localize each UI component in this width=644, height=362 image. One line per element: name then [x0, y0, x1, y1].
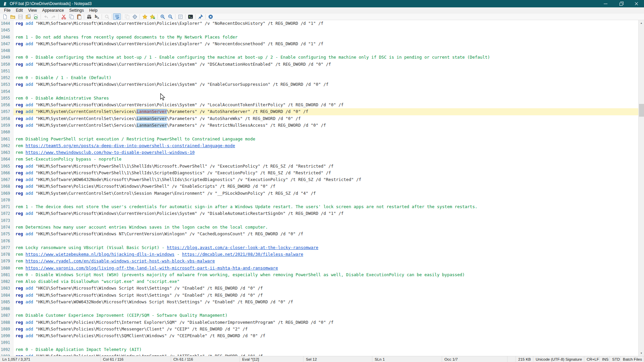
line-number[interactable]: 1063 [0, 149, 13, 156]
code-line[interactable]: 1065reg add "HKLM\Software\Microsoft\Pow… [0, 163, 638, 170]
line-number[interactable]: 1076 [0, 238, 13, 244]
status-eval[interactable]: Eval ^[12] [240, 356, 304, 362]
favorites-add-button[interactable] [149, 13, 156, 20]
open-file-button[interactable] [9, 13, 16, 20]
status-file-size[interactable]: 215 KB [516, 356, 533, 362]
code-text[interactable]: reg add "HKLM\Software\Microsoft\Windows… [13, 292, 638, 299]
line-number[interactable]: 1080 [0, 265, 13, 272]
code-line[interactable]: 1085reg add "HKLM\Software\WOW6432Node\M… [0, 299, 638, 305]
menu-edit[interactable]: Edit [13, 8, 25, 13]
status-selected-lines[interactable]: SLn 1 [372, 356, 442, 362]
line-number[interactable]: 1060 [0, 129, 13, 135]
line-number[interactable]: 1047 [0, 41, 13, 47]
line-number[interactable]: 1078 [0, 251, 13, 258]
line-number[interactable]: 1059 [0, 122, 13, 129]
code-text[interactable]: reg add "HKLM\System\CurrentControlSet\S… [13, 122, 638, 129]
code-text[interactable]: rem 0 - Disable configuring the machine … [13, 54, 638, 61]
line-number[interactable]: 1081 [0, 272, 13, 278]
line-number[interactable]: 1068 [0, 183, 13, 190]
code-text[interactable]: rem https://www.thewindowsclub.com/how-t… [13, 149, 638, 156]
line-number[interactable]: 1091 [0, 339, 13, 346]
replace-button[interactable]: ba [93, 13, 101, 20]
code-line[interactable]: 1050reg add "HKLM\Software\Microsoft\Win… [0, 61, 638, 68]
line-number[interactable]: 1046 [0, 34, 13, 41]
minimize-button[interactable] [598, 0, 613, 7]
code-text[interactable]: rem Locky ransomware using VBscript (Vis… [13, 244, 638, 251]
code-text[interactable]: rem 0 - Disable Application Impact Telem… [13, 346, 638, 353]
code-text[interactable]: reg add "HKLM\Software\Microsoft\Windows… [13, 102, 638, 108]
hyperlink[interactable]: https://dmcxblue.net/2021/08/30/fileless… [182, 252, 303, 257]
code-area[interactable]: 1044reg add "HKLM\Software\Microsoft\Win… [0, 20, 638, 356]
line-number[interactable]: 1049 [0, 54, 13, 61]
line-number[interactable]: 1085 [0, 299, 13, 305]
menu-settings[interactable]: Settings [67, 8, 87, 13]
code-line[interactable]: 1077rem Locky ransomware using VBscript … [0, 244, 638, 251]
code-text[interactable]: reg add "HKLM\System\CurrentControlSet\S… [13, 108, 638, 115]
line-number[interactable]: 1045 [0, 27, 13, 34]
line-number[interactable]: 1082 [0, 278, 13, 285]
exit-app-button[interactable] [207, 13, 214, 20]
code-text[interactable]: rem https://www.ryadel.com/en/disable-wi… [13, 258, 638, 264]
code-text[interactable]: reg add "HKLM\Software\Microsoft\PowerSh… [13, 163, 638, 170]
code-line[interactable]: 1082rem Also disabled via DisallowRun "w… [0, 278, 638, 285]
code-text[interactable] [13, 197, 638, 203]
code-text[interactable]: rem https://www.varonis.com/blog/living-… [13, 265, 638, 272]
line-number[interactable]: 1084 [0, 292, 13, 299]
code-text[interactable]: rem Set-ExecutionPolicy bypass - noprofi… [13, 156, 638, 163]
scrollbar-thumb[interactable] [639, 104, 644, 117]
line-number[interactable]: 1050 [0, 61, 13, 68]
code-line[interactable]: 1046rem 1 - Do not add shares from recen… [0, 34, 638, 41]
code-line[interactable]: 1044reg add "HKLM\Software\Microsoft\Win… [0, 20, 638, 27]
status-column[interactable]: Col 61 / 116 [101, 356, 171, 362]
line-number[interactable]: 1058 [0, 115, 13, 122]
code-line[interactable]: 1054 [0, 88, 638, 95]
code-line[interactable]: 1059reg add "HKLM\System\CurrentControlS… [0, 122, 638, 129]
code-text[interactable]: rem Determines how many user account ent… [13, 224, 638, 231]
status-line[interactable]: Ln 1,057 / 3,371 [0, 356, 101, 362]
code-line[interactable]: 1076 [0, 238, 638, 244]
word-wrap-button[interactable] [113, 13, 121, 20]
code-line[interactable]: 1073 [0, 217, 638, 224]
line-number[interactable]: 1052 [0, 74, 13, 81]
code-line[interactable]: 1080rem https://www.varonis.com/blog/liv… [0, 265, 638, 272]
line-number[interactable]: 1057 [0, 108, 13, 115]
code-text[interactable]: reg add "HKCU\Software\Microsoft\Windows… [13, 285, 638, 292]
line-number[interactable]: 1066 [0, 170, 13, 176]
line-number[interactable]: 1048 [0, 47, 13, 54]
code-text[interactable]: reg add "HKLM\Software\Microsoft\Windows… [13, 210, 638, 217]
line-number[interactable]: 1070 [0, 197, 13, 203]
code-text[interactable]: reg add "HKLM\Software\Microsoft\Windows… [13, 231, 638, 237]
code-text[interactable]: reg add "HKLM\Software\Microsoft\Windows… [13, 81, 638, 88]
code-line[interactable]: 1053reg add "HKLM\Software\Microsoft\Win… [0, 81, 638, 88]
status-insert-mode[interactable]: INS [600, 356, 610, 362]
code-line[interactable]: 1084reg add "HKLM\Software\Microsoft\Win… [0, 292, 638, 299]
scroll-down-arrow-icon[interactable]: ▼ [639, 350, 644, 356]
line-number[interactable]: 1056 [0, 102, 13, 108]
menu-file[interactable]: File [1, 8, 13, 13]
code-text[interactable]: rem https://www.wietzebeukema.nl/blog/hi… [13, 251, 638, 258]
status-encoding[interactable]: Unicode (UTF-8) Signature [533, 356, 584, 362]
code-text[interactable] [13, 68, 638, 74]
hyperlink[interactable]: https://www.wietzebeukema.nl/blog/hijack… [25, 252, 174, 257]
code-text[interactable]: reg add "HKLM\Software\WOW6432Node\Micro… [13, 299, 638, 305]
line-number[interactable]: 1067 [0, 176, 13, 183]
code-text[interactable]: rem 0 - Disable / 1 - Enable (Default) [13, 74, 638, 81]
code-line[interactable]: 1064rem Set-ExecutionPolicy bypass - nop… [0, 156, 638, 163]
code-line[interactable]: 1055rem 0 - Disable Administrative Share… [0, 95, 638, 102]
code-text[interactable]: reg add "HKLM\Software\Microsoft\Windows… [13, 41, 638, 47]
code-text[interactable] [13, 339, 638, 346]
status-character[interactable]: Ch 61 / 116 [171, 356, 240, 362]
pin-on-top-button[interactable] [197, 13, 204, 20]
line-number[interactable]: 1090 [0, 333, 13, 339]
code-line[interactable]: 1062rem https://teamt5.org/en/posts/a-de… [0, 142, 638, 149]
code-text[interactable]: rem https://teamt5.org/en/posts/a-deep-d… [13, 142, 638, 149]
cut-button[interactable] [60, 13, 67, 20]
line-number[interactable]: 1065 [0, 163, 13, 170]
code-text[interactable]: reg add "HKLM\Software\Microsoft\Windows… [13, 61, 638, 68]
code-line[interactable]: 1090reg add "HKLM\Software\Policies\Micr… [0, 333, 638, 339]
run-console-button[interactable] [186, 13, 194, 20]
vertical-scrollbar[interactable]: ▲ ▼ [638, 20, 644, 356]
code-text[interactable]: reg add "HKLM\Software\Microsoft\PowerSh… [13, 170, 638, 176]
code-line[interactable]: 1047reg add "HKLM\Software\Microsoft\Win… [0, 41, 638, 47]
line-number[interactable]: 1053 [0, 81, 13, 88]
